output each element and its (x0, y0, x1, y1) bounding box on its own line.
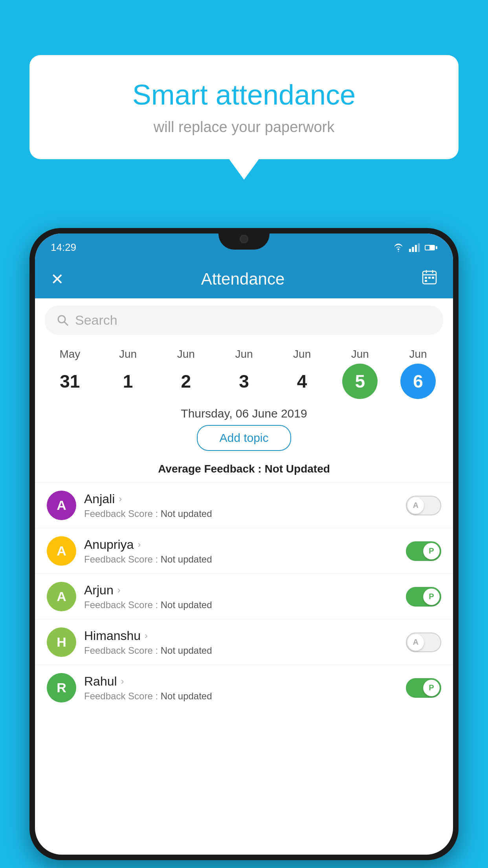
svg-rect-5 (426, 246, 429, 250)
student-avatar: H (47, 627, 76, 657)
student-info: Arjun ›Feedback Score : Not updated (84, 583, 398, 611)
student-info: Anupriya ›Feedback Score : Not updated (84, 537, 398, 565)
student-item: AAnjali ›Feedback Score : Not updatedA (35, 482, 453, 528)
speech-bubble-container: Smart attendance will replace your paper… (29, 55, 459, 159)
calendar-day[interactable]: Jun3 (222, 348, 266, 399)
search-bar[interactable]: Search (45, 305, 443, 335)
wifi-icon (393, 243, 404, 252)
avg-feedback: Average Feedback : Not Updated (35, 463, 453, 475)
calendar-day[interactable]: Jun4 (281, 348, 324, 399)
svg-rect-6 (436, 246, 437, 249)
app-header: ✕ Attendance (35, 259, 453, 298)
svg-rect-1 (412, 247, 414, 252)
phone-container: 14:29 (29, 228, 459, 860)
calendar-day[interactable]: Jun6 (396, 348, 440, 399)
student-avatar: A (47, 491, 76, 520)
search-icon (57, 314, 69, 327)
calendar-day[interactable]: Jun1 (106, 348, 150, 399)
svg-rect-11 (425, 277, 427, 279)
bubble-title: Smart attendance (61, 79, 427, 111)
app-title: Attendance (201, 270, 285, 289)
status-icons (393, 243, 437, 252)
battery-icon (425, 244, 437, 251)
cal-date-label: 3 (226, 364, 262, 399)
cal-month-label: Jun (409, 348, 427, 360)
calendar-day[interactable]: Jun5 (338, 348, 382, 399)
cal-date-label: 5 (342, 364, 378, 399)
notch-camera (240, 235, 248, 243)
cal-date-label: 6 (400, 364, 436, 399)
speech-bubble: Smart attendance will replace your paper… (29, 55, 459, 159)
student-feedback: Feedback Score : Not updated (84, 508, 398, 519)
student-info: Anjali ›Feedback Score : Not updated (84, 492, 398, 519)
phone-screen: 14:29 (35, 234, 453, 855)
student-item: AArjun ›Feedback Score : Not updatedP (35, 574, 453, 619)
cal-month-label: Jun (177, 348, 195, 360)
student-name[interactable]: Anjali › (84, 492, 398, 506)
attendance-toggle[interactable]: A (406, 496, 441, 515)
signal-icon (409, 243, 420, 252)
student-feedback: Feedback Score : Not updated (84, 554, 398, 565)
cal-date-label: 4 (284, 364, 320, 399)
add-topic-button[interactable]: Add topic (197, 425, 291, 451)
search-placeholder: Search (75, 313, 117, 328)
bubble-subtitle: will replace your paperwork (61, 119, 427, 136)
attendance-toggle[interactable]: P (406, 541, 441, 561)
svg-rect-14 (425, 280, 427, 282)
svg-rect-2 (415, 245, 417, 252)
student-avatar: A (47, 536, 76, 566)
student-name[interactable]: Himanshu › (84, 629, 398, 643)
avg-feedback-label: Average Feedback : (158, 463, 264, 475)
attendance-toggle[interactable]: P (406, 678, 441, 698)
student-item: RRahul ›Feedback Score : Not updatedP (35, 665, 453, 710)
student-info: Rahul ›Feedback Score : Not updated (84, 674, 398, 702)
cal-month-label: Jun (351, 348, 369, 360)
student-feedback: Feedback Score : Not updated (84, 691, 398, 702)
attendance-toggle[interactable]: P (406, 587, 441, 607)
student-item: AAnupriya ›Feedback Score : Not updatedP (35, 528, 453, 574)
student-feedback: Feedback Score : Not updated (84, 645, 398, 656)
student-feedback: Feedback Score : Not updated (84, 600, 398, 611)
calendar-day[interactable]: Jun2 (164, 348, 207, 399)
calendar-button[interactable] (422, 269, 437, 289)
student-name[interactable]: Rahul › (84, 674, 398, 689)
cal-date-label: 1 (110, 364, 146, 399)
calendar-icon (422, 269, 437, 285)
svg-rect-13 (432, 277, 434, 279)
cal-month-label: May (59, 348, 80, 360)
cal-date-label: 31 (52, 364, 88, 399)
close-button[interactable]: ✕ (51, 270, 64, 288)
student-item: HHimanshu ›Feedback Score : Not updatedA (35, 619, 453, 665)
svg-point-15 (58, 316, 65, 323)
cal-month-label: Jun (293, 348, 311, 360)
student-info: Himanshu ›Feedback Score : Not updated (84, 629, 398, 656)
add-topic-container: Add topic (35, 425, 453, 458)
svg-rect-0 (409, 249, 411, 252)
notch (218, 228, 270, 250)
student-name[interactable]: Anupriya › (84, 537, 398, 552)
student-list: AAnjali ›Feedback Score : Not updatedAAA… (35, 482, 453, 855)
selected-date: Thursday, 06 June 2019 (35, 399, 453, 425)
student-avatar: R (47, 673, 76, 702)
svg-rect-3 (418, 243, 420, 252)
student-avatar: A (47, 582, 76, 611)
avg-feedback-value: Not Updated (264, 463, 330, 475)
cal-date-label: 2 (168, 364, 204, 399)
attendance-toggle[interactable]: A (406, 633, 441, 652)
svg-line-16 (64, 322, 68, 326)
calendar-day[interactable]: May31 (48, 348, 92, 399)
svg-rect-12 (428, 277, 431, 279)
cal-month-label: Jun (119, 348, 137, 360)
calendar-row: May31Jun1Jun2Jun3Jun4Jun5Jun6 (35, 342, 453, 399)
phone-frame: 14:29 (29, 228, 459, 860)
student-name[interactable]: Arjun › (84, 583, 398, 598)
cal-month-label: Jun (235, 348, 253, 360)
status-time: 14:29 (51, 241, 76, 254)
